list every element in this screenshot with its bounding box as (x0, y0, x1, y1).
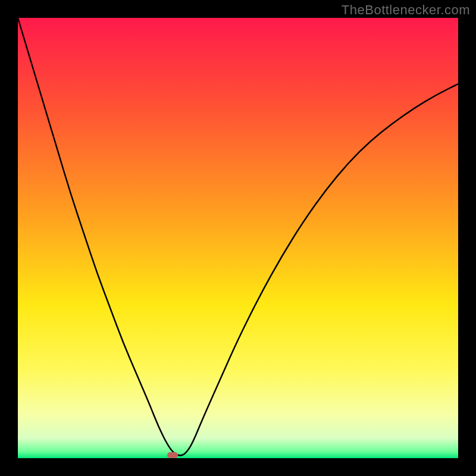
minimum-marker (167, 452, 178, 458)
bottleneck-curve (18, 18, 458, 458)
curve-path (18, 18, 458, 455)
chart-frame: TheBottlenecker.com (0, 0, 476, 476)
plot-area (18, 18, 458, 458)
watermark-text: TheBottlenecker.com (342, 2, 470, 18)
